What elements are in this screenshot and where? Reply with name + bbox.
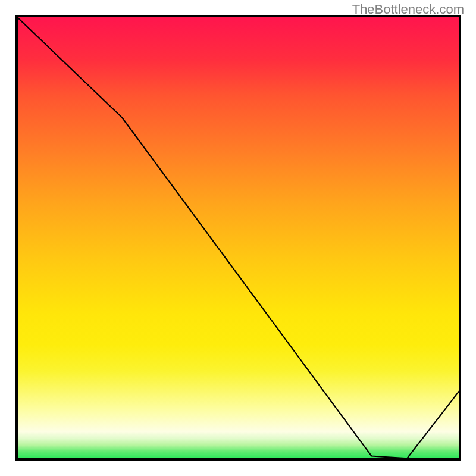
data-curve <box>15 15 461 458</box>
line-layer <box>15 15 461 461</box>
plot-area <box>15 15 461 461</box>
chart-container: TheBottleneck.com <box>0 0 476 476</box>
watermark-text: TheBottleneck.com <box>352 2 464 17</box>
